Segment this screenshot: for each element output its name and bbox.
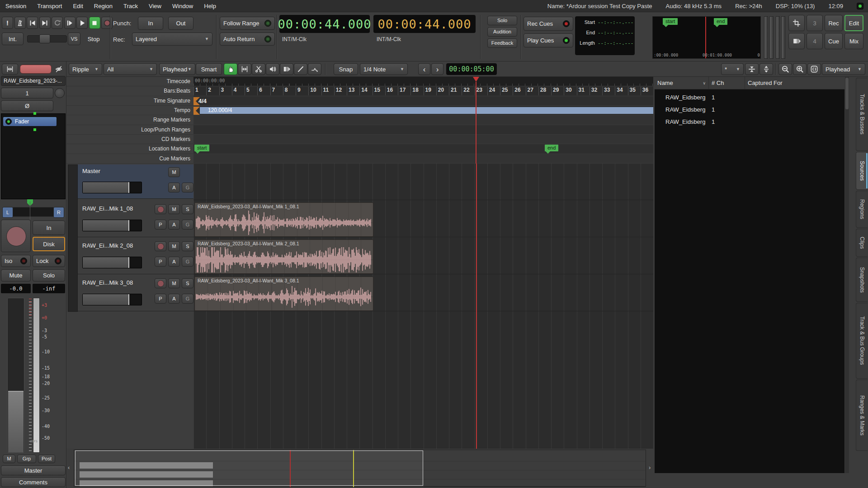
ruler-row-location-markers[interactable]: startend (193, 144, 653, 154)
audio-region[interactable]: RAW_Eidsberg_2023-03_All-I-Want_Mik 2_08… (194, 239, 373, 274)
pan-right-button[interactable]: R (53, 207, 64, 218)
ruler-row-range-markers[interactable] (193, 115, 653, 125)
playlist-button[interactable]: P (155, 294, 166, 304)
mini-marker-end[interactable]: end (714, 18, 727, 25)
shuttle-control[interactable] (27, 35, 67, 42)
punch-in-button[interactable]: In (138, 17, 163, 30)
group-button[interactable]: Grp (17, 455, 36, 463)
cut-tool[interactable] (252, 63, 265, 75)
record-arm-button[interactable] (155, 241, 166, 251)
edit-point-dropdown[interactable]: Playhead▼ (159, 63, 195, 75)
track-header-1[interactable]: RAW_Ei...Mik 1_08MSPAG (78, 202, 193, 237)
tab-ranges-marks[interactable]: Ranges & Marks (856, 380, 868, 451)
layout-3-button[interactable]: 3 (807, 15, 823, 31)
strip-solo-button[interactable]: Solo (33, 269, 65, 282)
ruler-label-loop-punch-ranges[interactable]: Loop/Punch Ranges (66, 125, 193, 135)
record-arm-button[interactable] (155, 278, 166, 288)
track-name[interactable]: RAW_Ei...Mik 1_08 (82, 205, 133, 212)
strip-width-button[interactable] (2, 64, 18, 75)
location-marker-start[interactable]: start (194, 145, 209, 151)
toolbar-grip-2[interactable] (769, 16, 774, 59)
ruler-row-timecode[interactable]: 00:00:00:00 (193, 77, 653, 86)
hide-strip-button[interactable] (53, 64, 65, 75)
processor-fader[interactable]: Fader (3, 117, 57, 127)
time-sig-value[interactable]: 4/4 (198, 98, 207, 104)
monitor-input-button[interactable]: In (33, 221, 65, 235)
source-row-1[interactable]: RAW_Eidsberg1 (655, 91, 844, 103)
zoom-to-session-button[interactable] (807, 63, 821, 75)
page-mix-button[interactable]: Mix (844, 33, 863, 49)
range-tool[interactable] (238, 63, 251, 75)
shuttle-handle[interactable] (39, 34, 50, 43)
menu-item-track[interactable]: Track (123, 3, 138, 9)
play-cues-button[interactable]: Play Cues (524, 33, 573, 47)
edit-content-tool[interactable] (308, 63, 321, 75)
summary-collapse-left[interactable]: ‹ (68, 464, 70, 471)
nudge-forward-button[interactable]: › (431, 63, 443, 75)
summary-view[interactable] (74, 450, 646, 487)
solo-button[interactable]: S (182, 204, 193, 214)
secondary-clock-source[interactable]: INT/M-Clk (377, 36, 401, 42)
editor-canvas[interactable]: RAW_Eidsberg_2023-03_All-I-Want_Mik 1_08… (193, 164, 653, 449)
zoom-focus-dropdown[interactable]: Playhead▼ (822, 63, 865, 75)
tab-clips[interactable]: Clips (856, 229, 868, 257)
group-button[interactable]: G (182, 257, 193, 267)
editor-visibility-button[interactable] (788, 15, 805, 31)
mute-button[interactable]: M (168, 278, 180, 288)
automation-button[interactable]: A (168, 294, 180, 304)
menu-item-window[interactable]: Window (172, 3, 193, 9)
auto-return-button[interactable]: Auto Return (220, 33, 275, 46)
stop-button[interactable] (89, 17, 100, 29)
meter-post-button[interactable]: Post (38, 455, 55, 463)
ruler-label-cue-markers[interactable]: Cue Markers (66, 154, 193, 164)
source-row-3[interactable]: RAW_Eidsberg1 (655, 116, 844, 128)
pan-track[interactable] (13, 207, 54, 217)
peak-display[interactable]: -inf (33, 284, 65, 293)
smart-mode-button[interactable]: Smart (196, 63, 222, 75)
column-header-captured[interactable]: Captured For (745, 77, 844, 89)
expand-tracks-button[interactable] (760, 63, 773, 75)
record-mode-dropdown[interactable]: Layered▼ (132, 33, 212, 46)
ripple-scope-dropdown[interactable]: All▼ (104, 63, 157, 75)
punch-out-button[interactable]: Out (168, 17, 193, 30)
sync-source-button[interactable]: Int. (2, 33, 24, 45)
automation-button[interactable]: A (168, 183, 180, 192)
track-gain-slider[interactable] (82, 220, 142, 231)
menu-item-region[interactable]: Region (94, 3, 113, 9)
primary-clock[interactable]: 00:00:44.000 (279, 15, 370, 33)
edit-mode-dropdown[interactable]: Ripple▼ (69, 63, 102, 75)
ruler-label-bars-beats[interactable]: Bars:Beats (66, 86, 193, 96)
ruler-row-bars-beats[interactable]: 1234567891011121314151617181920212223242… (193, 86, 653, 96)
metering-point-button[interactable]: M (3, 455, 15, 463)
go-end-button[interactable] (39, 17, 51, 29)
page-rec-button[interactable]: Rec (825, 15, 843, 31)
zoom-preset-dropdown[interactable]: *▼ (721, 63, 744, 75)
toolbar-grip-4[interactable] (781, 16, 785, 59)
timefx-tool[interactable] (280, 63, 293, 75)
ruler-row-cue-markers[interactable] (193, 154, 653, 164)
summary-collapse-right[interactable]: › (649, 464, 651, 471)
snap-mode-button[interactable]: Snap (334, 63, 358, 75)
mute-button[interactable]: M (168, 241, 180, 251)
ruler-label-cd-markers[interactable]: CD Markers (66, 135, 193, 144)
column-header-channels[interactable]: # Ch (709, 77, 745, 89)
primary-clock-source[interactable]: INT/M-Clk (282, 36, 307, 42)
audition-button[interactable]: Audition (487, 27, 517, 37)
gain-fader-handle[interactable] (8, 391, 24, 452)
trim-knob[interactable] (55, 88, 65, 98)
playlist-button[interactable]: P (155, 220, 166, 230)
mute-button[interactable]: Mute (1, 269, 31, 282)
group-button[interactable]: G (182, 220, 193, 230)
processor-box[interactable]: Fader (1, 113, 66, 199)
layout-4-button[interactable]: 4 (807, 33, 823, 49)
follow-range-button[interactable]: Follow Range (220, 17, 275, 30)
monitor-disk-button[interactable]: Disk (33, 237, 65, 251)
tab-snapshots[interactable]: Snapshots (856, 258, 868, 302)
range-length-value[interactable]: --:--:--.--- (598, 40, 633, 46)
solo-iso-button[interactable]: Iso (1, 255, 31, 267)
play-button[interactable] (76, 17, 88, 29)
strip-name-plate[interactable]: RAW_Eidsberg_2023-... (1, 76, 66, 86)
record-arm-button[interactable] (155, 204, 166, 214)
processor-active-led[interactable] (5, 118, 12, 125)
automation-button[interactable]: A (168, 220, 180, 230)
